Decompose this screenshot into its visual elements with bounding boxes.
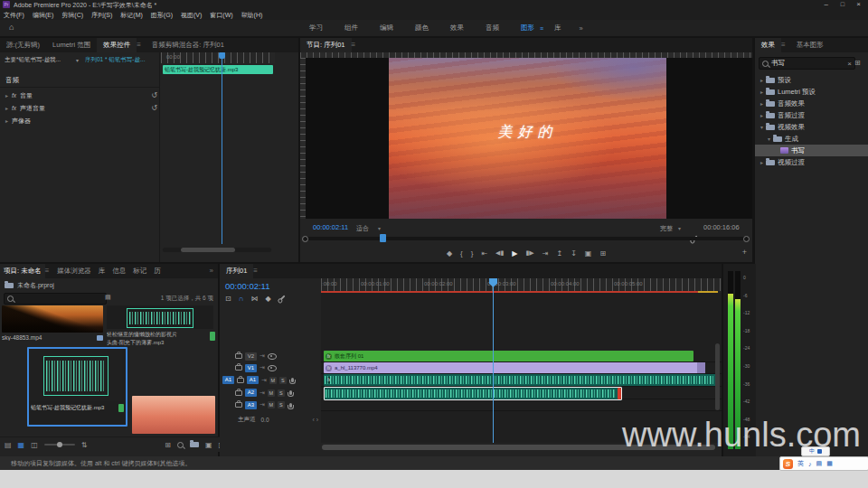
ec-scrollbar-track[interactable]	[163, 248, 271, 252]
track-badge-a3[interactable]: A3	[245, 401, 257, 409]
project-search-input[interactable]	[4, 293, 107, 305]
step-forward-icon[interactable]: ▮▶	[525, 249, 533, 257]
track-output-eye-icon[interactable]	[268, 353, 277, 360]
menu-file[interactable]: 文件(F)	[4, 11, 24, 20]
zoom-fit-select[interactable]: 适合	[356, 224, 369, 233]
twirl-icon[interactable]: ▸	[760, 159, 763, 165]
tab-overflow-icon[interactable]: »	[210, 264, 218, 278]
master-clip-dropdown-icon[interactable]: ▾	[76, 57, 79, 63]
go-to-in-icon[interactable]: ⇤	[481, 249, 487, 258]
ime-toolbar[interactable]: S 英 ♪ ▤ ▦	[779, 456, 868, 471]
find-icon[interactable]	[177, 442, 184, 448]
clip-a2-audio-selected[interactable]	[324, 387, 622, 400]
sync-lock-icon[interactable]: ⇥	[259, 401, 265, 408]
chevron-down-icon[interactable]: ▾	[678, 225, 681, 231]
sync-lock-icon[interactable]: ⇥	[259, 364, 265, 371]
tree-item-generate[interactable]: ▾ 生成	[755, 133, 868, 145]
step-back-icon[interactable]: ◀▮	[495, 249, 504, 257]
track-header-a3[interactable]: A3 ⇥ M S	[220, 399, 322, 410]
track-badge-v2[interactable]: V2	[245, 352, 257, 361]
go-to-out-icon[interactable]: ⇥	[542, 249, 549, 258]
track-output-eye-icon[interactable]	[268, 365, 277, 371]
tree-item-video-transitions[interactable]: ▸ 视频过渡	[755, 156, 868, 168]
zoom-slider-handle[interactable]	[57, 442, 62, 447]
reset-icon[interactable]: ↺	[151, 91, 157, 99]
clip-a1-audio[interactable]: fx	[324, 374, 717, 386]
ime-logo-icon[interactable]: S	[783, 459, 793, 469]
zoom-slider[interactable]	[44, 444, 75, 446]
keyframe-nav-icons[interactable]: ‹ ›	[312, 417, 322, 423]
tab-effect-controls[interactable]: 效果控件	[97, 38, 137, 52]
tab-project[interactable]: 项目: 未命名	[0, 264, 45, 278]
program-timecode[interactable]: 00:00:02:11	[313, 223, 348, 231]
panel-menu-icon[interactable]: ≡	[137, 38, 146, 52]
project-item-intro-music[interactable]: 轻松惬意的慵懒放松的影视片 头曲-阳光下的薄雾.mp3	[107, 305, 215, 347]
twirl-icon[interactable]: ▸	[5, 92, 8, 99]
mute-button[interactable]: M	[268, 389, 275, 397]
tree-item-write-on-effect[interactable]: 书写	[755, 145, 868, 156]
twirl-icon[interactable]: ▸	[5, 105, 8, 111]
menu-view[interactable]: 视图(V)	[181, 11, 202, 20]
track-header-v1[interactable]: V1 ⇥	[220, 362, 322, 373]
sync-lock-icon[interactable]: ⇥	[259, 352, 265, 360]
project-item-partial-thumbnail[interactable]	[132, 396, 215, 434]
track-header-a2[interactable]: A2 ⇥ M S	[220, 387, 322, 399]
minimize-button[interactable]: –	[825, 0, 828, 8]
menu-graphics[interactable]: 图形(G)	[151, 11, 173, 20]
menu-edit[interactable]: 编辑(E)	[33, 11, 53, 20]
twirl-icon[interactable]: ▾	[760, 124, 763, 130]
ime-skin-grid-icon[interactable]: ▦	[826, 460, 833, 467]
master-clip-label[interactable]: 主要*铅笔书写-趁我...	[5, 56, 77, 64]
add-marker-icon[interactable]: ◆	[447, 249, 452, 258]
project-item-sky-video[interactable]: sky-48853.mp4	[2, 305, 103, 341]
tree-item-lumetri-presets[interactable]: ▸ Lumetri 预设	[755, 86, 868, 98]
timeline-vertical-scrollbar[interactable]	[715, 343, 720, 410]
chevron-down-icon[interactable]: ▾	[378, 225, 381, 231]
tab-audio-clip-mixer[interactable]: 音频剪辑混合器: 序列01	[146, 38, 231, 52]
workspace-tab-effects[interactable]: 效果	[439, 23, 475, 33]
playback-resolution-select[interactable]: 完整	[660, 224, 673, 233]
track-header-a1[interactable]: A1 A1 ⇥ M S	[220, 374, 322, 386]
panel-menu-icon[interactable]: ≡	[352, 38, 361, 52]
tree-item-audio-transitions[interactable]: ▸ 音频过渡	[755, 109, 868, 121]
workspace-tab-audio[interactable]: 音频	[475, 23, 510, 33]
lock-icon[interactable]	[235, 390, 242, 396]
track-badge-a1[interactable]: A1	[247, 376, 259, 384]
solo-button[interactable]: S	[279, 377, 287, 384]
track-header-v2[interactable]: V2 ⇥	[220, 351, 322, 361]
program-scrubber-track[interactable]	[304, 237, 749, 240]
add-marker-icon[interactable]: ◆	[265, 295, 270, 303]
sort-icon[interactable]: ⇅	[81, 441, 88, 449]
twirl-icon[interactable]: ▸	[5, 117, 8, 124]
lock-icon[interactable]	[235, 365, 242, 371]
workspace-tab-assembly[interactable]: 组件	[334, 23, 369, 33]
tree-item-presets[interactable]: ▸ 预设	[755, 74, 868, 86]
twirl-icon[interactable]: ▸	[760, 100, 763, 107]
source-patch-a1[interactable]: A1	[222, 376, 234, 384]
clip-v1-video[interactable]: fx a_hl_113770.mp4	[324, 362, 705, 373]
workspace-tab-editing[interactable]: 编辑	[369, 23, 404, 33]
mark-out-icon[interactable]: }	[471, 249, 474, 258]
ime-mic-icon[interactable]: ♪	[808, 461, 812, 467]
filter-bin-icon[interactable]: ▤	[105, 294, 111, 301]
insert-overwrite-icon[interactable]: ⊡	[225, 295, 231, 303]
menu-marker[interactable]: 标记(M)	[120, 11, 143, 20]
tab-lumetri-scopes[interactable]: Lumetri 范围	[46, 38, 97, 52]
twirl-icon[interactable]: ▾	[768, 136, 770, 142]
list-view-icon[interactable]: ▤	[5, 441, 12, 449]
lift-icon[interactable]: ↥	[556, 249, 562, 258]
voiceover-mic-icon[interactable]	[289, 390, 292, 395]
effect-row-channel-volume[interactable]: ▸ fx 声道音量 ↺	[5, 103, 157, 113]
voiceover-mic-icon[interactable]	[291, 378, 294, 382]
menu-clip[interactable]: 剪辑(C)	[61, 11, 83, 20]
tab-info[interactable]: 信息	[108, 264, 129, 278]
workspace-tab-color[interactable]: 颜色	[404, 23, 439, 33]
tab-media-browser[interactable]: 媒体浏览器	[53, 264, 95, 278]
tree-item-audio-effects[interactable]: ▸ 音频效果	[755, 98, 868, 109]
workspace-tab-learning[interactable]: 学习	[298, 23, 334, 33]
solo-button[interactable]: S	[278, 401, 285, 408]
master-track-header[interactable]: 主声道 0.0 ‹ ›	[220, 414, 322, 425]
reset-icon[interactable]: ↺	[151, 104, 157, 112]
voiceover-mic-icon[interactable]	[289, 403, 292, 408]
workspace-overflow-icon[interactable]: »	[572, 24, 590, 33]
